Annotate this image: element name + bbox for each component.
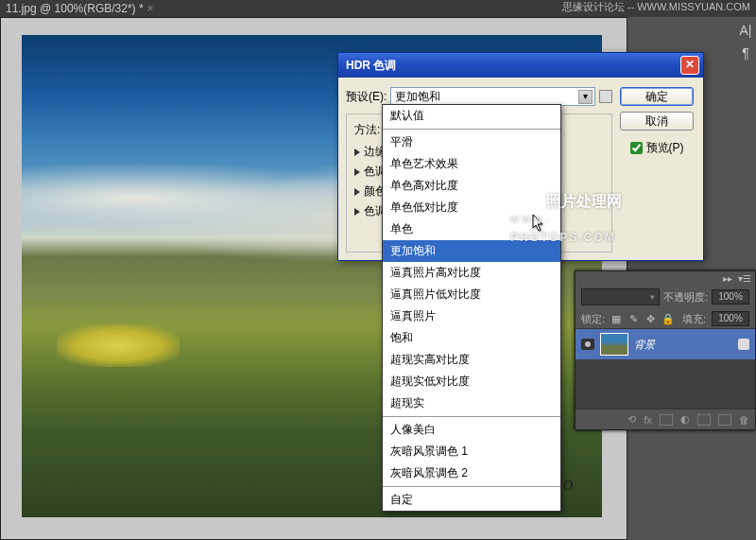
chevron-down-icon: ▾ <box>650 292 655 302</box>
triangle-icon <box>354 168 360 176</box>
fill-value[interactable]: 100% <box>712 311 749 326</box>
separator <box>383 416 560 417</box>
blend-mode-combo[interactable]: ▾ <box>581 288 660 305</box>
cancel-button[interactable]: 取消 <box>620 112 694 131</box>
panel-header[interactable]: ▸▸▾☰ <box>576 271 755 285</box>
preset-option[interactable]: 超现实 <box>383 392 560 414</box>
type-icon[interactable]: A| <box>740 23 752 38</box>
preset-option[interactable]: 单色艺术效果 <box>383 153 560 175</box>
photops-watermark: 照片处理网 www. PHOTOPS.COM <box>510 213 616 248</box>
link-layers-icon[interactable]: ⟲ <box>627 413 636 426</box>
layer-name[interactable]: 背景 <box>634 338 655 352</box>
preset-option[interactable]: 自定 <box>383 489 560 511</box>
opacity-label: 不透明度: <box>663 290 708 305</box>
paragraph-icon[interactable]: ¶ <box>742 45 749 61</box>
group-icon[interactable] <box>697 414 711 426</box>
preset-menu-icon[interactable] <box>599 90 612 103</box>
dialog-title-text: HDR 色调 <box>346 58 680 74</box>
collapse-icon[interactable]: ▸▸ <box>723 273 732 284</box>
preset-option[interactable]: 平滑 <box>383 131 560 153</box>
preset-option[interactable]: 逼真照片 <box>383 305 560 327</box>
layer-row[interactable]: 背景 <box>576 329 755 359</box>
lock-all-icon[interactable]: 🔒 <box>662 313 673 324</box>
preset-option[interactable]: 超现实高对比度 <box>383 349 560 371</box>
tab-title: 11.jpg @ 100%(RGB/32*) * <box>6 2 144 15</box>
layers-footer: ⟲ fx ◐ 🗑 <box>576 409 755 429</box>
lock-label: 锁定: <box>581 312 605 326</box>
adjustment-icon[interactable]: ◐ <box>680 413 690 426</box>
close-icon[interactable]: ✕ <box>680 56 699 75</box>
lock-row: 锁定: ▦ ✎ ✥ 🔒 填充: 100% <box>576 309 755 329</box>
highlight <box>57 324 180 367</box>
mask-icon[interactable] <box>660 414 673 426</box>
ok-button[interactable]: 确定 <box>620 87 694 106</box>
preset-label: 预设(E): <box>346 89 387 105</box>
preset-option[interactable]: 默认值 <box>383 105 560 127</box>
preset-option[interactable]: 逼真照片高对比度 <box>383 262 560 284</box>
preview-checkbox[interactable]: 预览(P) <box>630 140 684 156</box>
tab-close-icon[interactable]: × <box>147 2 154 15</box>
preset-combobox[interactable]: 更加饱和 ▾ <box>390 87 595 106</box>
chevron-down-icon[interactable]: ▾ <box>578 90 593 104</box>
triangle-icon <box>354 148 360 156</box>
lock-pixels-icon[interactable]: ✎ <box>627 313 639 324</box>
fill-label: 填充: <box>682 312 706 326</box>
lock-transparent-icon[interactable]: ▦ <box>610 313 622 324</box>
preset-option[interactable]: 灰暗风景调色 2 <box>383 462 560 484</box>
preset-option[interactable]: 逼真照片低对比度 <box>383 284 560 305</box>
preset-option[interactable]: 单色高对比度 <box>383 175 560 197</box>
method-label: 方法: <box>354 123 380 136</box>
layers-empty-area[interactable] <box>576 359 755 409</box>
layers-panel: ▸▸▾☰ ▾ 不透明度: 100% 锁定: ▦ ✎ ✥ 🔒 填充: 100% 背… <box>575 270 756 430</box>
triangle-icon <box>354 188 360 196</box>
preset-option[interactable]: 超现实低对比度 <box>383 371 560 392</box>
dialog-titlebar[interactable]: HDR 色调 ✕ <box>338 53 703 78</box>
preview-check-input[interactable] <box>630 142 643 154</box>
preset-option[interactable]: 灰暗风景调色 1 <box>383 441 560 462</box>
fx-icon[interactable]: fx <box>644 414 652 426</box>
site-watermark: 思缘设计论坛 -- WWW.MISSYUAN.COM <box>562 0 750 14</box>
separator <box>383 129 560 130</box>
lock-icon[interactable] <box>738 339 749 350</box>
trash-icon[interactable]: 🗑 <box>739 414 749 426</box>
layer-thumbnail[interactable] <box>600 333 628 356</box>
triangle-icon <box>354 208 360 216</box>
separator <box>383 486 560 487</box>
new-layer-icon[interactable] <box>718 414 731 426</box>
panel-menu-icon[interactable]: ▾☰ <box>738 273 751 284</box>
lock-position-icon[interactable]: ✥ <box>644 313 656 324</box>
preset-dropdown-list[interactable]: 默认值平滑单色艺术效果单色高对比度单色低对比度单色更加饱和逼真照片高对比度逼真照… <box>382 104 561 512</box>
preset-value: 更加饱和 <box>395 89 440 105</box>
opacity-value[interactable]: 100% <box>712 289 749 305</box>
preset-option[interactable]: 饱和 <box>383 327 560 349</box>
visibility-eye-icon[interactable] <box>581 339 594 350</box>
preset-option[interactable]: 人像美白 <box>383 419 560 441</box>
